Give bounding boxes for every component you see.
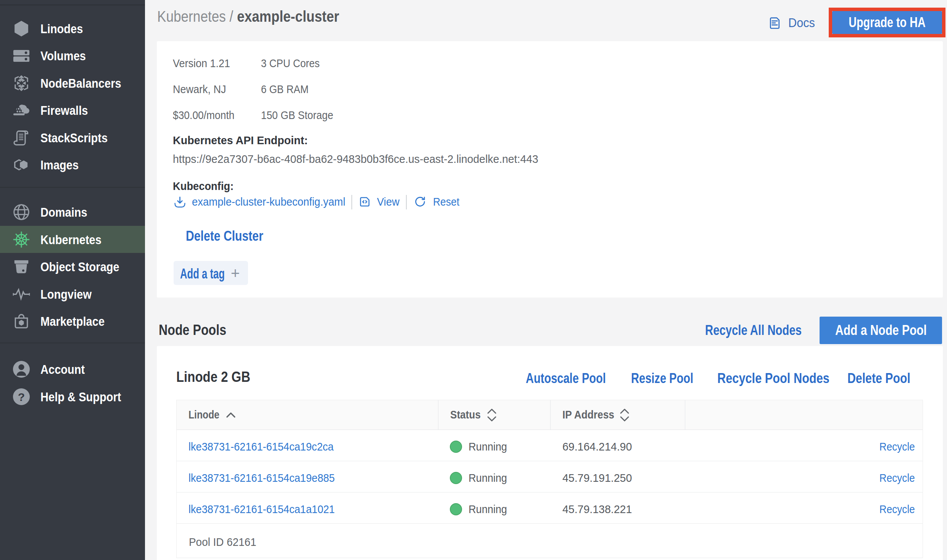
svg-text:?: ? — [18, 390, 25, 403]
